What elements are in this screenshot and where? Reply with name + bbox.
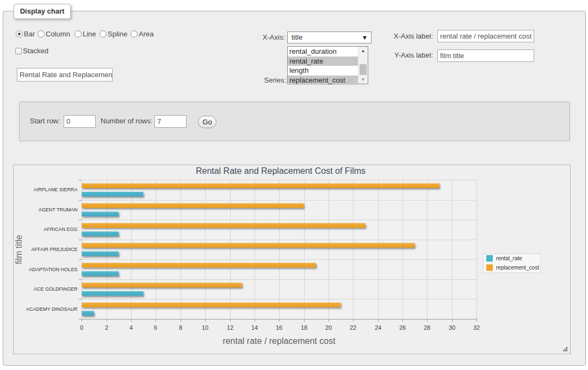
- svg-text:6: 6: [154, 324, 157, 331]
- svg-text:16: 16: [276, 324, 282, 331]
- svg-text:replacement_cost: replacement_cost: [496, 265, 539, 271]
- svg-text:26: 26: [399, 324, 406, 331]
- svg-text:ACADEMY DINOSAUR: ACADEMY DINOSAUR: [26, 306, 78, 312]
- svg-text:ADAPTATION HOLES: ADAPTATION HOLES: [29, 267, 77, 272]
- svg-text:2: 2: [105, 324, 108, 331]
- svg-text:14: 14: [251, 324, 258, 331]
- svg-text:30: 30: [449, 324, 455, 331]
- svg-text:24: 24: [375, 324, 381, 331]
- svg-text:AFFAIR PREJUDICE: AFFAIR PREJUDICE: [31, 247, 77, 252]
- svg-text:10: 10: [202, 324, 208, 331]
- svg-text:AGENT TRUMAN: AGENT TRUMAN: [39, 207, 78, 212]
- svg-text:AFRICAN EGG: AFRICAN EGG: [44, 227, 77, 232]
- svg-text:film title: film title: [14, 235, 23, 264]
- svg-text:ACE GOLDFINGER: ACE GOLDFINGER: [34, 286, 78, 292]
- svg-text:8: 8: [179, 324, 182, 331]
- svg-text:18: 18: [301, 324, 307, 331]
- svg-text:22: 22: [350, 324, 356, 331]
- svg-text:Rental Rate and Replacement Co: Rental Rate and Replacement Cost of Film…: [196, 166, 366, 175]
- svg-text:rental rate / replacement cost: rental rate / replacement cost: [222, 336, 336, 346]
- svg-text:AIRPLANE SIERRA: AIRPLANE SIERRA: [34, 187, 78, 192]
- svg-text:12: 12: [227, 324, 233, 331]
- svg-text:32: 32: [473, 324, 480, 331]
- svg-text:28: 28: [424, 324, 430, 331]
- svg-text:rental_rate: rental_rate: [496, 255, 522, 261]
- svg-text:0: 0: [80, 324, 83, 331]
- svg-text:20: 20: [325, 324, 332, 331]
- svg-text:4: 4: [129, 324, 133, 331]
